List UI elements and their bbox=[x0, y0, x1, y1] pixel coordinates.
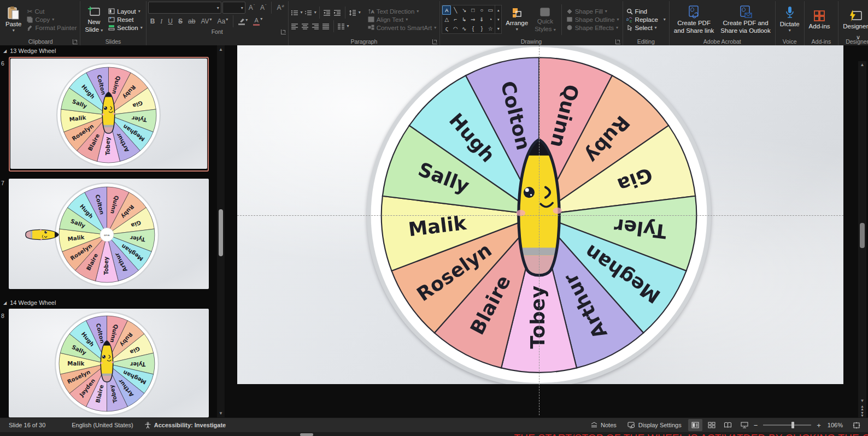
scroll-up-icon[interactable]: ▲ bbox=[858, 63, 866, 67]
font-color-button[interactable]: A▾ bbox=[251, 16, 265, 26]
arrange-button[interactable]: Arrange ▾ bbox=[503, 6, 531, 33]
section-header-13-wedge[interactable]: ◢13 Wedge Wheel bbox=[3, 48, 56, 54]
shape-down-arrow-icon[interactable]: ⇓ bbox=[477, 15, 486, 24]
shape-partial-icon[interactable]: ◔ bbox=[486, 15, 495, 24]
align-text-button[interactable]: Align Text▾ bbox=[366, 16, 438, 23]
slide-sorter-view-button[interactable] bbox=[705, 419, 719, 431]
dialog-launcher-icon[interactable] bbox=[432, 39, 437, 44]
scroll-down-icon[interactable]: ▼ bbox=[858, 399, 866, 403]
shape-outline-button[interactable]: Shape Outline▾ bbox=[565, 16, 621, 23]
shape-textbox-icon[interactable]: A bbox=[442, 5, 451, 15]
format-painter-button[interactable]: Format Painter bbox=[25, 24, 78, 32]
next-slide-button[interactable]: ▼▼ bbox=[858, 411, 866, 417]
shape-triangle-icon[interactable]: △ bbox=[442, 15, 451, 24]
bullets-button[interactable] bbox=[290, 8, 300, 17]
gallery-up-icon[interactable]: ▴ bbox=[495, 5, 501, 15]
shape-right-brace-icon[interactable]: } bbox=[477, 24, 486, 33]
slide-thumbnail-8[interactable]: QuinnRubyGiaTylerMeghanArthurTobeyBlaire… bbox=[9, 309, 209, 417]
shape-rounded-rect-icon[interactable]: ▭ bbox=[486, 5, 495, 15]
align-center-button[interactable] bbox=[301, 22, 310, 31]
dialog-launcher-icon[interactable] bbox=[73, 39, 78, 44]
horizontal-guide[interactable] bbox=[237, 215, 843, 216]
shape-star-icon[interactable]: ☆ bbox=[486, 24, 495, 33]
reading-view-button[interactable] bbox=[721, 419, 735, 431]
replace-button[interactable]: bcReplace▾ bbox=[625, 16, 667, 23]
shape-scribble-icon[interactable]: ς bbox=[442, 24, 451, 33]
text-direction-button[interactable]: AText Direction▾ bbox=[366, 8, 438, 15]
collapse-ribbon-icon[interactable]: ∨ bbox=[856, 34, 860, 41]
shape-effects-button[interactable]: Shape Effects▾ bbox=[565, 24, 621, 32]
gallery-more-icon[interactable]: ▼ bbox=[495, 24, 501, 33]
vertical-guide[interactable] bbox=[539, 45, 539, 415]
language-indicator[interactable]: English (United States) bbox=[66, 418, 139, 432]
shape-left-brace-icon[interactable]: { bbox=[468, 24, 477, 33]
section-button[interactable]: Section▾ bbox=[107, 24, 144, 32]
display-settings-button[interactable]: Display Settings bbox=[622, 418, 687, 432]
layout-button[interactable]: Layout▾ bbox=[107, 8, 144, 15]
notes-toggle[interactable]: Notes bbox=[585, 418, 622, 432]
increase-indent-button[interactable] bbox=[333, 8, 342, 17]
shape-right-arrow-icon[interactable]: ⇒ bbox=[468, 15, 477, 24]
previous-slide-button[interactable]: ▲▲ bbox=[858, 405, 866, 411]
section-header-14-wedge[interactable]: ◢14 Wedge Wheel bbox=[3, 299, 56, 306]
change-case-button[interactable]: Aa▾ bbox=[215, 17, 231, 26]
scroll-down-icon[interactable]: ▼ bbox=[217, 411, 225, 416]
columns-button[interactable] bbox=[337, 22, 346, 31]
shape-arrow-icon[interactable]: ↘ bbox=[460, 5, 468, 15]
character-spacing-button[interactable]: AV▾ bbox=[198, 17, 214, 26]
accessibility-status[interactable]: Accessibility: Investigate bbox=[139, 418, 231, 432]
select-button[interactable]: Select▾ bbox=[625, 24, 667, 32]
zoom-out-button[interactable]: − bbox=[753, 421, 759, 429]
underline-button[interactable]: U bbox=[166, 17, 175, 26]
quick-styles-button[interactable]: Quick Styles ▾ bbox=[532, 5, 559, 34]
shape-arc-icon[interactable]: ◠ bbox=[451, 24, 460, 33]
shape-elbow-arrow-icon[interactable]: ↳ bbox=[460, 15, 468, 24]
dialog-launcher-icon[interactable] bbox=[281, 30, 286, 34]
font-size-select[interactable]: ▾ bbox=[222, 2, 245, 14]
addins-button[interactable]: Add-ins bbox=[806, 8, 833, 31]
shape-oval-icon[interactable]: ○ bbox=[477, 5, 486, 15]
font-family-select[interactable]: ▾ bbox=[148, 2, 221, 14]
dialog-launcher-icon[interactable] bbox=[615, 39, 620, 44]
shape-curve-icon[interactable]: ∿ bbox=[460, 24, 468, 33]
slideshow-view-button[interactable] bbox=[737, 419, 752, 431]
copy-button[interactable]: Copy▾ bbox=[25, 16, 78, 23]
find-button[interactable]: Find bbox=[625, 8, 667, 15]
align-right-button[interactable] bbox=[311, 22, 320, 31]
slide-thumbnail-6[interactable]: QuinnRubyGiaTylerMeghanArthurTobeyBlaire… bbox=[9, 57, 209, 172]
clear-formatting-button[interactable]: A⌀ bbox=[274, 3, 286, 12]
normal-view-button[interactable] bbox=[688, 419, 702, 431]
new-slide-button[interactable]: New Slide ▾ bbox=[82, 5, 105, 34]
create-pdf-outlook-button[interactable]: Create PDF and Share via Outlook bbox=[718, 4, 773, 36]
shape-line-icon[interactable]: ╲ bbox=[451, 5, 460, 15]
slide-indicator[interactable]: Slide 16 of 30 bbox=[3, 418, 51, 432]
shrink-font-button[interactable]: Aˇ bbox=[258, 3, 268, 12]
scrollbar-thumb[interactable] bbox=[860, 223, 865, 248]
bold-button[interactable]: B bbox=[148, 17, 157, 26]
line-spacing-button[interactable] bbox=[348, 8, 357, 17]
gallery-down-icon[interactable]: ▾ bbox=[495, 15, 501, 24]
zoom-level[interactable]: 106% bbox=[822, 418, 848, 432]
numbering-button[interactable] bbox=[304, 8, 313, 17]
slide-canvas[interactable]: QuinnRubyGiaTylerMeghanArthurTobeyBlaire… bbox=[237, 45, 843, 384]
shape-elbow-icon[interactable]: ⌐ bbox=[451, 15, 460, 24]
justify-button[interactable] bbox=[321, 22, 331, 31]
text-highlight-button[interactable]: ▾ bbox=[236, 17, 250, 26]
shape-rectangle-icon[interactable]: □ bbox=[468, 5, 477, 15]
zoom-slider[interactable] bbox=[763, 425, 811, 426]
create-pdf-share-link-button[interactable]: Create PDF and Share link bbox=[671, 4, 717, 36]
shape-fill-button[interactable]: Shape Fill▾ bbox=[565, 8, 621, 15]
slide-thumbnail-7[interactable]: QuinnRubyGiaTylerMeghanArthurTobeyBlaire… bbox=[9, 179, 209, 289]
reset-button[interactable]: Reset bbox=[107, 16, 144, 23]
cut-button[interactable]: ✂Cut bbox=[25, 8, 78, 15]
strikethrough-button[interactable]: ab bbox=[186, 17, 197, 26]
grow-font-button[interactable]: Aˆ bbox=[247, 3, 257, 12]
zoom-slider-thumb[interactable] bbox=[791, 422, 794, 428]
convert-smartart-button[interactable]: Convert to SmartArt▾ bbox=[366, 24, 438, 32]
italic-button[interactable]: I bbox=[158, 17, 165, 26]
scroll-up-icon[interactable]: ▲ bbox=[217, 47, 225, 52]
paste-button[interactable]: Paste ▾ bbox=[3, 5, 24, 34]
shadow-button[interactable]: S bbox=[176, 17, 185, 26]
designer-button[interactable]: Designer bbox=[840, 8, 868, 31]
align-left-button[interactable] bbox=[290, 22, 300, 31]
